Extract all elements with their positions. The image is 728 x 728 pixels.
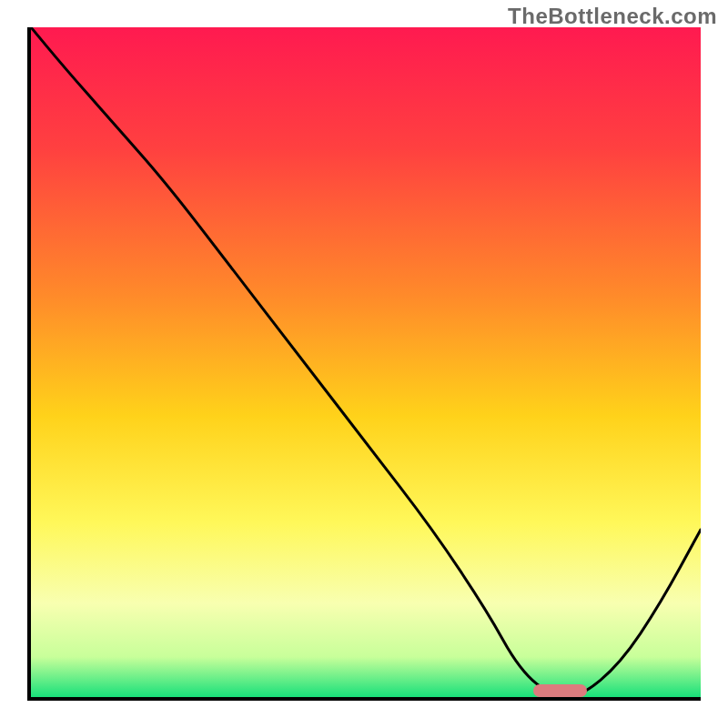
plot-area <box>27 27 701 701</box>
bottleneck-curve <box>31 27 701 697</box>
optimal-marker <box>533 684 587 697</box>
watermark-text: TheBottleneck.com <box>508 4 717 29</box>
chart-container: TheBottleneck.com <box>0 0 728 728</box>
